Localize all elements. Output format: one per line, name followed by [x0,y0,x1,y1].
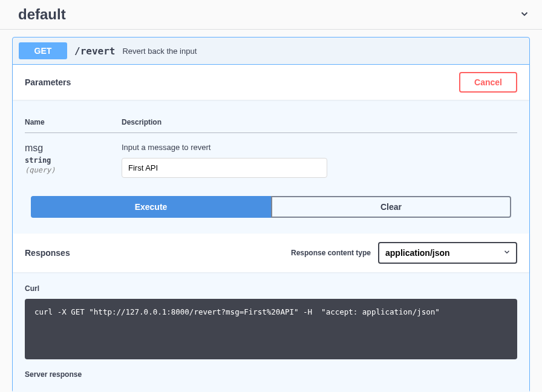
param-description: Input a message to revert [122,143,517,152]
col-name: Name [25,112,122,133]
operation-path: /revert [74,45,115,57]
parameters-table: Name Description msg string (query) Inpu… [25,112,517,184]
tag-name: default [18,6,66,23]
server-response-title: Server response [25,370,517,379]
parameters-body: Name Description msg string (query) Inpu… [13,100,529,234]
cancel-button[interactable]: Cancel [459,72,517,93]
param-type: string [25,154,122,165]
content-type-wrap: Response content type application/json [291,242,517,264]
param-in: (query) [25,165,122,174]
content-type-label: Response content type [291,249,371,257]
http-method-badge: GET [19,42,67,59]
table-row: msg string (query) Input a message to re… [25,133,517,185]
clear-button[interactable]: Clear [271,196,511,218]
operation-body: Parameters Cancel Name Description msg s… [13,64,529,392]
operation-description: Revert back the input [122,47,197,56]
curl-title: Curl [25,284,517,293]
execute-button[interactable]: Execute [31,196,271,218]
responses-header: Responses Response content type applicat… [13,234,529,272]
content-type-select[interactable]: application/json [378,242,517,264]
tag-header[interactable]: default [0,0,542,30]
responses-body: Curl curl -X GET "http://127.0.0.1:8000/… [13,272,529,392]
action-row: Execute Clear [25,184,517,221]
chevron-down-icon [519,8,530,21]
parameters-header: Parameters Cancel [13,65,529,100]
curl-command: curl -X GET "http://127.0.0.1:8000/rever… [25,299,517,359]
param-name: msg [25,143,122,154]
operation-summary[interactable]: GET /revert Revert back the input [13,38,529,64]
col-description: Description [122,112,517,133]
parameters-title: Parameters [25,77,71,87]
param-value-input[interactable] [122,158,327,178]
responses-title: Responses [25,248,70,258]
operation-block: GET /revert Revert back the input Parame… [12,37,530,392]
